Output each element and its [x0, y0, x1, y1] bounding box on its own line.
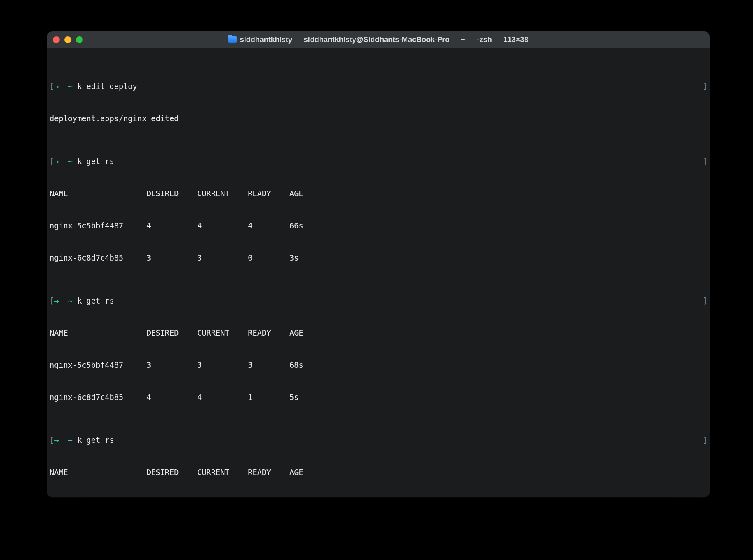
title-center: siddhantkhisty — siddhantkhisty@Siddhant…: [47, 35, 710, 44]
prompt-line: [→ ~ k get rs]: [49, 435, 707, 446]
terminal-window: siddhantkhisty — siddhantkhisty@Siddhant…: [47, 31, 710, 497]
cmd-edit: k edit deploy: [77, 82, 137, 91]
prompt-line: [→ ~ k get rs]: [49, 156, 707, 167]
cmd-getrs: k get rs: [77, 157, 114, 166]
window-title: siddhantkhisty — siddhantkhisty@Siddhant…: [240, 35, 529, 44]
rs-row: nginx-5c5bbf448733368s: [49, 360, 707, 371]
rs-row: nginx-5c5bbf448744466s: [49, 221, 707, 231]
prompt-line: [→ ~ k get rs]: [49, 296, 707, 306]
terminal-body[interactable]: [→ ~ k edit deploy] deployment.apps/ngin…: [47, 48, 710, 497]
minimize-icon[interactable]: [64, 36, 71, 43]
traffic-lights: [53, 36, 83, 43]
close-icon[interactable]: [53, 36, 60, 43]
zoom-icon[interactable]: [76, 36, 83, 43]
rs-header: NAMEDESIREDCURRENTREADYAGE: [49, 188, 707, 199]
rs-header: NAMEDESIREDCURRENTREADYAGE: [49, 467, 707, 478]
output-line: deployment.apps/nginx edited: [49, 113, 707, 124]
titlebar[interactable]: siddhantkhisty — siddhantkhisty@Siddhant…: [47, 31, 710, 48]
prompt-line: [→ ~ k edit deploy]: [49, 81, 707, 92]
rs-row: nginx-6c8d7c4b854415s: [49, 392, 707, 403]
rs-row: nginx-6c8d7c4b853303s: [49, 253, 707, 264]
folder-icon: [228, 36, 237, 43]
rs-header: NAMEDESIREDCURRENTREADYAGE: [49, 328, 707, 339]
